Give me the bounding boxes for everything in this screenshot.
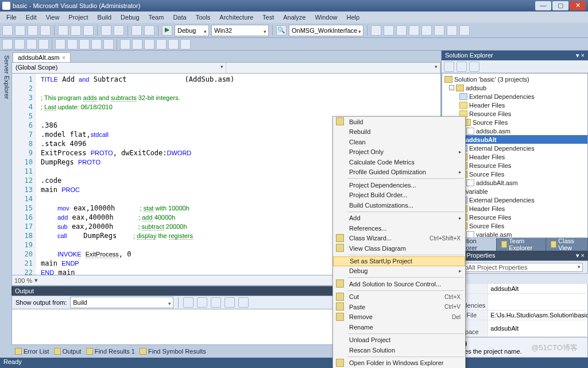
config-combo[interactable]: Debug xyxy=(175,25,209,36)
ctx-project-only[interactable]: Project Only xyxy=(333,147,465,158)
tb-extra-4[interactable] xyxy=(409,25,419,36)
ctx-unload-project[interactable]: Unload Project xyxy=(333,335,465,346)
tb-extra-3[interactable] xyxy=(396,25,407,36)
ctx-add-solution-to-source-control-[interactable]: Add Solution to Source Control... xyxy=(333,279,465,289)
ctx-calculate-code-metrics[interactable]: Calculate Code Metrics xyxy=(333,157,465,167)
project-addsubalt[interactable]: addsubAlt xyxy=(466,136,497,143)
member-combo[interactable] xyxy=(226,63,440,73)
sol-tb-2[interactable] xyxy=(457,62,467,72)
cut-button[interactable] xyxy=(58,25,68,36)
save-button[interactable] xyxy=(28,25,38,36)
close-icon[interactable]: × xyxy=(581,52,585,59)
ctx-add[interactable]: Add xyxy=(333,213,465,224)
output-btn-3[interactable] xyxy=(211,297,221,308)
save-all-button[interactable] xyxy=(40,25,51,36)
menu-tools[interactable]: Tools xyxy=(192,13,215,22)
tree-folder[interactable]: Resource Files xyxy=(469,162,511,169)
output-btn-2[interactable] xyxy=(197,297,207,308)
expand-icon[interactable]: - xyxy=(449,85,454,90)
copy-button[interactable] xyxy=(71,25,81,36)
close-button[interactable]: ✕ xyxy=(570,1,586,10)
menu-project[interactable]: Project xyxy=(64,13,92,22)
ctx-build-customizations-[interactable]: Build Customizations... xyxy=(333,200,465,210)
new-project-button[interactable] xyxy=(2,25,13,36)
tree-file[interactable]: addsubAlt.asm xyxy=(476,179,518,186)
zoom-level[interactable]: 100 % xyxy=(14,277,32,284)
tb2-15[interactable] xyxy=(180,39,191,49)
tb2-1[interactable] xyxy=(2,39,13,49)
ctx-cut[interactable]: CutCtrl+X xyxy=(333,292,465,302)
close-icon[interactable]: × xyxy=(62,54,65,61)
ctx-clean[interactable]: Clean xyxy=(333,137,465,147)
solution-root[interactable]: Solution 'basic' (3 projects) xyxy=(454,76,529,83)
output-btn-4[interactable] xyxy=(225,297,235,308)
menu-edit[interactable]: Edit xyxy=(22,13,41,22)
nav-fwd-button[interactable] xyxy=(144,25,154,36)
tb-extra-5[interactable] xyxy=(421,25,432,36)
tb2-13[interactable] xyxy=(156,39,167,49)
tree-file[interactable]: variable.asm xyxy=(476,231,512,238)
menu-help[interactable]: Help xyxy=(343,13,364,22)
tb2-4[interactable] xyxy=(38,39,49,49)
tb2-3[interactable] xyxy=(26,39,37,49)
tree-folder[interactable]: Header Files xyxy=(469,205,505,212)
prop-val[interactable]: addsubAlt xyxy=(488,320,588,337)
undo-button[interactable] xyxy=(101,25,111,36)
tb2-11[interactable] xyxy=(132,39,142,49)
tb2-10[interactable] xyxy=(120,39,130,49)
menu-window[interactable]: Window xyxy=(311,13,341,22)
tb2-14[interactable] xyxy=(168,39,179,49)
menu-view[interactable]: View xyxy=(42,13,64,22)
ctx-profile-guided-optimization[interactable]: Profile Guided Optimization xyxy=(333,167,465,178)
bottom-tab-find-results-1[interactable]: Find Results 1 xyxy=(86,348,135,355)
ctx-remove[interactable]: RemoveDel xyxy=(333,312,465,323)
tb2-7[interactable] xyxy=(79,39,90,49)
tb-extra-7[interactable] xyxy=(447,25,457,36)
menu-data[interactable]: Data xyxy=(169,13,190,22)
bottom-tab-find-symbol-results[interactable]: Find Symbol Results xyxy=(140,348,206,355)
tb2-6[interactable] xyxy=(67,39,78,49)
tree-folder[interactable]: Source Files xyxy=(469,223,504,229)
minimize-button[interactable]: — xyxy=(535,1,551,10)
tb2-9[interactable] xyxy=(103,39,114,49)
tree-folder[interactable]: Header Files xyxy=(469,154,505,160)
tree-folder[interactable]: Resource Files xyxy=(469,110,511,117)
paste-button[interactable] xyxy=(83,25,94,36)
tree-folder[interactable]: External Dependencies xyxy=(469,197,535,204)
platform-combo[interactable]: Win32 xyxy=(211,25,269,36)
prop-val[interactable]: E:\Js.Hu.Studio\asm.Solution\basic\ xyxy=(488,310,588,320)
tb2-2[interactable] xyxy=(14,39,25,49)
pin-icon[interactable]: ▾ xyxy=(576,52,579,59)
tab-team-explorer[interactable]: Team Explorer xyxy=(497,238,546,251)
menu-team[interactable]: Team xyxy=(145,13,168,22)
scope-combo[interactable]: (Global Scope) xyxy=(12,63,226,73)
ctx-paste[interactable]: PasteCtrl+V xyxy=(333,302,465,312)
maximize-button[interactable]: ▢ xyxy=(552,1,568,10)
open-button[interactable] xyxy=(15,25,25,36)
tb2-5[interactable] xyxy=(55,39,65,49)
tree-folder[interactable]: External Dependencies xyxy=(469,93,535,100)
find-icon[interactable]: 🔍 xyxy=(276,25,287,36)
pin-icon[interactable]: ▾ xyxy=(576,252,579,259)
sol-tb-1[interactable] xyxy=(444,62,454,72)
tb2-8[interactable] xyxy=(91,39,102,49)
ctx-project-build-order-[interactable]: Project Build Order... xyxy=(333,190,465,201)
menu-architecture[interactable]: Architecture xyxy=(215,13,257,22)
ctx-rebuild[interactable]: Rebuild xyxy=(333,127,465,137)
tree-folder[interactable]: Header Files xyxy=(469,102,505,109)
ctx-class-wizard-[interactable]: Class Wizard...Ctrl+Shift+X xyxy=(333,233,465,244)
redo-button[interactable] xyxy=(114,25,124,36)
prop-val[interactable] xyxy=(488,294,588,310)
tree-folder[interactable]: Source Files xyxy=(469,171,504,178)
prop-val[interactable]: addsubAlt xyxy=(488,284,588,294)
menu-file[interactable]: File xyxy=(2,13,21,22)
ctx-rescan-solution[interactable]: Rescan Solution xyxy=(333,345,465,355)
output-btn-1[interactable] xyxy=(183,297,194,308)
tb-extra-6[interactable] xyxy=(434,25,444,36)
ctx-debug[interactable]: Debug xyxy=(333,266,465,277)
nav-back-button[interactable] xyxy=(131,25,142,36)
start-debug-button[interactable]: ▶ xyxy=(162,25,172,36)
ctx-build[interactable]: Build xyxy=(333,117,465,127)
menu-debug[interactable]: Debug xyxy=(117,13,143,22)
ctx-set-as-startup-project[interactable]: Set as StartUp Project xyxy=(333,256,465,266)
